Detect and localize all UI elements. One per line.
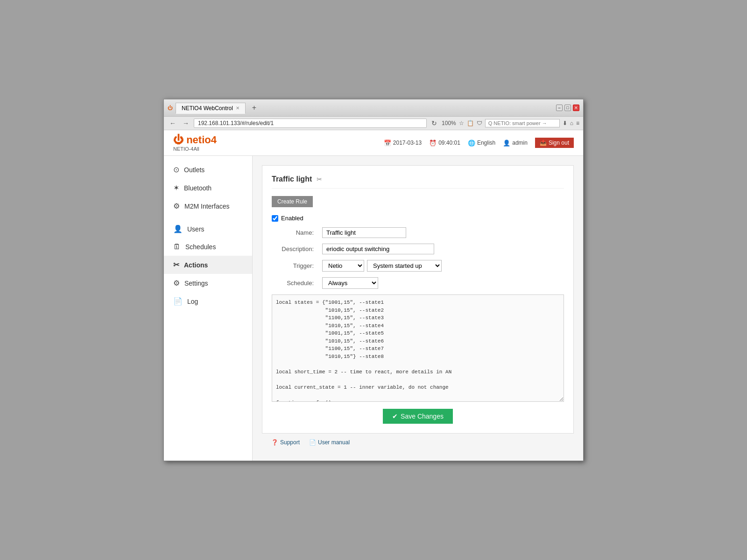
tab-favicon: ⏻ [168, 105, 173, 111]
support-label: Support [280, 439, 300, 446]
sidebar-m2m-label: M2M Interfaces [184, 203, 229, 210]
rule-panel-title: Traffic light [272, 175, 312, 183]
header-user: 👤 admin [503, 140, 528, 147]
zoom-level: 100% [442, 120, 456, 126]
sidebar-settings-label: Settings [184, 280, 208, 287]
sidebar-actions-label: Actions [184, 261, 208, 269]
sidebar-schedules-label: Schedules [185, 243, 216, 251]
trigger-row: Trigger: Netio System started up [272, 260, 564, 272]
sidebar-log-label: Log [187, 298, 198, 305]
bluetooth-icon: ✶ [173, 183, 179, 192]
bookmark-icon[interactable]: ☆ [459, 120, 464, 126]
enabled-label: Enabled [281, 215, 303, 222]
description-label: Description: [272, 245, 318, 252]
users-icon: 👤 [173, 224, 183, 233]
trigger-controls: Netio System started up [322, 260, 442, 272]
app-header: ⏻ netio4 NETIO-4All 📅 2017-03-13 ⏰ 09:40… [164, 130, 583, 156]
minimize-button[interactable]: – [556, 105, 563, 111]
clock-icon: ⏰ [429, 140, 437, 147]
header-info: 📅 2017-03-13 ⏰ 09:40:01 🌐 English 👤 admi… [384, 138, 574, 148]
edit-icon[interactable]: ✂ [317, 175, 322, 183]
enabled-checkbox[interactable] [272, 215, 278, 222]
home-icon[interactable]: ⌂ [570, 120, 573, 126]
brand-logo: ⏻ netio4 NETIO-4All [173, 134, 217, 152]
outlets-icon: ⊙ [173, 165, 179, 174]
back-button[interactable]: ← [168, 119, 178, 128]
browser-tab-active[interactable]: NETIO4 WebControl ✕ [176, 103, 246, 114]
description-input[interactable] [322, 244, 434, 254]
close-button[interactable]: ✕ [573, 105, 579, 111]
m2m-icon: ⚙ [173, 202, 180, 210]
sidebar-item-users[interactable]: 👤 Users [164, 220, 252, 238]
manual-label: User manual [318, 439, 350, 446]
new-tab-button[interactable]: + [248, 102, 260, 114]
brand-icon: ⏻ [173, 134, 183, 146]
tab-label: NETIO4 WebControl [182, 105, 233, 112]
save-check-icon: ✔ [392, 413, 398, 420]
brand-subtitle: NETIO-4All [173, 146, 217, 152]
brand-name: ⏻ netio4 [173, 134, 217, 146]
code-editor[interactable]: local states = {"1001,15", --state1 "101… [272, 294, 564, 402]
content-area: Traffic light ✂ Create Rule Enabled Name… [253, 156, 583, 461]
address-bar: ← → ↻ 100% ☆ 📋 🛡 ⬇ ⌂ ≡ [164, 117, 583, 130]
schedules-icon: 🗓 [173, 243, 181, 251]
settings-icon: ⚙ [173, 279, 180, 287]
signout-button[interactable]: 📤 Sign out [535, 138, 574, 148]
forward-button[interactable]: → [181, 119, 191, 128]
name-label: Name: [272, 229, 318, 236]
user-icon: 👤 [503, 140, 510, 147]
app-content: ⏻ netio4 NETIO-4All 📅 2017-03-13 ⏰ 09:40… [164, 130, 583, 461]
button-row: ✔ Save Changes [272, 409, 564, 424]
schedule-label: Schedule: [272, 280, 318, 287]
sidebar-item-log[interactable]: 📄 Log [164, 292, 252, 310]
tab-close-icon[interactable]: ✕ [236, 105, 240, 111]
user-value: admin [512, 140, 528, 146]
name-input[interactable] [322, 227, 406, 238]
toolbar-right: 100% ☆ 📋 🛡 ⬇ ⌂ ≡ [442, 119, 579, 127]
signout-label: Sign out [549, 140, 569, 146]
schedule-row: Schedule: Always [272, 277, 564, 289]
signout-icon: 📤 [540, 140, 547, 146]
maximize-button[interactable]: □ [564, 105, 571, 111]
menu-icon[interactable]: ≡ [576, 120, 579, 126]
enabled-row: Enabled [272, 215, 564, 222]
name-row: Name: [272, 227, 564, 238]
address-input[interactable] [194, 119, 427, 128]
header-time: ⏰ 09:40:01 [429, 140, 460, 147]
sidebar-item-m2m[interactable]: ⚙ M2M Interfaces [164, 197, 252, 215]
support-link[interactable]: ❓ Support [271, 439, 300, 446]
trigger-event-select[interactable]: System started up [367, 260, 442, 272]
save-label: Save Changes [401, 413, 444, 420]
brand-text: netio4 [186, 134, 217, 146]
sidebar-item-outlets[interactable]: ⊙ Outlets [164, 161, 252, 179]
header-language[interactable]: 🌐 English [468, 140, 495, 147]
sidebar-item-bluetooth[interactable]: ✶ Bluetooth [164, 179, 252, 197]
refresh-button[interactable]: ↻ [430, 119, 439, 128]
date-value: 2017-03-13 [393, 140, 422, 146]
schedule-select[interactable]: Always [322, 277, 378, 289]
rule-panel: Traffic light ✂ Create Rule Enabled Name… [262, 165, 574, 434]
page-footer: ❓ Support 📄 User manual [262, 434, 574, 451]
titlebar: ⏻ NETIO4 WebControl ✕ + – □ ✕ [164, 99, 583, 117]
trigger-label: Trigger: [272, 262, 318, 269]
create-rule-button[interactable]: Create Rule [272, 196, 313, 207]
trigger-system-select[interactable]: Netio [322, 260, 364, 272]
log-icon: 📄 [173, 297, 183, 306]
sidebar-item-schedules[interactable]: 🗓 Schedules [164, 238, 252, 256]
support-icon: ❓ [271, 439, 278, 446]
header-date: 📅 2017-03-13 [384, 140, 422, 147]
save-changes-button[interactable]: ✔ Save Changes [383, 409, 453, 424]
download-icon[interactable]: ⬇ [563, 120, 567, 126]
manual-icon: 📄 [309, 439, 316, 446]
time-value: 09:40:01 [438, 140, 460, 146]
shield-icon[interactable]: 🛡 [477, 120, 482, 126]
manual-link[interactable]: 📄 User manual [309, 439, 350, 446]
sidebar-item-actions[interactable]: ✂ Actions [164, 256, 252, 274]
sidebar-outlets-label: Outlets [184, 166, 204, 174]
search-bar[interactable] [485, 119, 560, 127]
sidebar-item-settings[interactable]: ⚙ Settings [164, 274, 252, 292]
description-row: Description: [272, 244, 564, 254]
window-controls: – □ ✕ [556, 105, 579, 111]
reader-icon[interactable]: 📋 [467, 120, 474, 126]
sidebar: ⊙ Outlets ✶ Bluetooth ⚙ M2M Interfaces 👤… [164, 156, 253, 461]
